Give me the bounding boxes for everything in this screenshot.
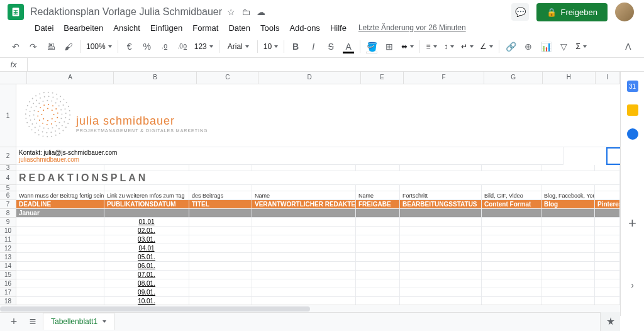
cell[interactable]	[482, 262, 541, 271]
menu-item[interactable]: Format	[188, 21, 223, 35]
rotate-button[interactable]: ∠	[477, 38, 496, 55]
cell[interactable]: DEADLINE	[16, 200, 104, 209]
cell[interactable]	[189, 253, 252, 262]
cell[interactable]	[252, 262, 356, 271]
cell[interactable]	[482, 279, 541, 288]
cell[interactable]	[252, 227, 356, 235]
menu-item[interactable]: Add-ons	[285, 21, 324, 35]
cell[interactable]	[595, 209, 620, 218]
addons-sidebar-icon[interactable]: +	[627, 218, 638, 229]
cell[interactable]: PUBLIKATIONSDATUM	[104, 200, 189, 209]
cell[interactable]	[189, 288, 252, 297]
add-sheet-button[interactable]: +	[5, 315, 23, 330]
cell[interactable]	[595, 262, 620, 271]
cell[interactable]	[252, 165, 356, 171]
row-header[interactable]: 9	[0, 218, 16, 227]
cell[interactable]	[541, 185, 595, 191]
chart-button[interactable]: 📊	[538, 38, 554, 55]
cell[interactable]	[482, 227, 541, 235]
cell[interactable]	[595, 279, 620, 288]
cell[interactable]	[189, 235, 252, 244]
cell[interactable]: Fortschritt	[400, 191, 482, 200]
col-header[interactable]: E	[361, 72, 404, 84]
cell[interactable]: Januar	[16, 209, 104, 218]
cell[interactable]	[16, 218, 104, 227]
cell[interactable]	[16, 271, 104, 279]
text-color-button[interactable]: A	[340, 38, 357, 55]
cell[interactable]	[356, 185, 400, 191]
cell[interactable]	[189, 279, 252, 288]
cell[interactable]	[356, 165, 400, 171]
cell[interactable]	[252, 218, 356, 227]
cell[interactable]	[595, 165, 620, 171]
cell[interactable]	[356, 271, 400, 279]
cell[interactable]	[595, 244, 620, 253]
cell[interactable]	[189, 209, 252, 218]
col-header[interactable]: F	[404, 72, 484, 84]
functions-button[interactable]: Σ	[573, 38, 589, 55]
percent-button[interactable]: %	[139, 38, 155, 55]
menu-item[interactable]: Bearbeiten	[59, 21, 108, 35]
cell[interactable]: 05.01.	[104, 253, 189, 262]
cell[interactable]	[16, 244, 104, 253]
cell[interactable]	[252, 253, 356, 262]
cell[interactable]: 08.01.	[104, 279, 189, 288]
cell[interactable]: 01.01	[104, 218, 189, 227]
col-header[interactable]: H	[543, 72, 595, 84]
cell[interactable]	[482, 235, 541, 244]
cell[interactable]: Wann muss der Beitrag fertig sein?	[16, 191, 104, 200]
cell[interactable]: 04.01	[104, 244, 189, 253]
cell[interactable]: Content Format	[482, 200, 541, 209]
cell[interactable]	[541, 218, 595, 227]
paint-format-button[interactable]: 🖌	[60, 38, 77, 55]
cell[interactable]	[595, 288, 620, 297]
cell[interactable]	[104, 165, 189, 171]
col-header[interactable]: A	[27, 72, 113, 84]
cell[interactable]	[400, 185, 482, 191]
cell[interactable]	[189, 244, 252, 253]
row-header[interactable]: 6	[0, 191, 16, 200]
cell[interactable]	[16, 227, 104, 235]
menu-item[interactable]: Datei	[30, 21, 58, 35]
cell[interactable]: des Beitrags	[189, 191, 252, 200]
keep-sidebar-icon[interactable]	[627, 104, 638, 116]
cell[interactable]	[252, 235, 356, 244]
number-format-select[interactable]: 123	[192, 38, 216, 55]
cell[interactable]	[104, 209, 189, 218]
cell[interactable]	[541, 227, 595, 235]
cell[interactable]	[189, 218, 252, 227]
cell[interactable]	[400, 165, 482, 171]
row-header[interactable]: 2	[0, 147, 16, 165]
cell[interactable]	[189, 165, 252, 171]
row-header[interactable]: 15	[0, 271, 16, 279]
cell[interactable]: 07.01.	[104, 271, 189, 279]
horizontal-scrollbar[interactable]	[0, 305, 620, 312]
cell[interactable]	[482, 185, 541, 191]
font-size-select[interactable]: 10	[261, 38, 280, 55]
all-sheets-button[interactable]: ≡	[24, 315, 42, 330]
cell[interactable]: 09.01.	[104, 288, 189, 297]
cell[interactable]	[541, 262, 595, 271]
menu-item[interactable]: Hilfe	[326, 21, 351, 35]
row-header[interactable]: 3	[0, 165, 16, 171]
h-align-button[interactable]: ≡	[423, 38, 440, 55]
cell[interactable]	[541, 235, 595, 244]
cell[interactable]	[252, 288, 356, 297]
cell[interactable]	[482, 244, 541, 253]
cell[interactable]	[541, 271, 595, 279]
menu-item[interactable]: Ansicht	[109, 21, 145, 35]
cell[interactable]	[252, 185, 356, 191]
link-button[interactable]: 🔗	[502, 38, 519, 55]
zoom-select[interactable]: 100%	[84, 38, 114, 55]
fill-color-button[interactable]: 🪣	[364, 38, 380, 55]
cell[interactable]: BEARBEITUNGSSTATUS	[400, 200, 482, 209]
cell[interactable]	[189, 262, 252, 271]
tasks-sidebar-icon[interactable]	[627, 128, 638, 140]
col-header[interactable]: C	[197, 72, 258, 84]
cell[interactable]	[541, 253, 595, 262]
contact-cell[interactable]: Kontakt: julia@js-schmidbauer.comjuliasc…	[16, 147, 564, 165]
row-header[interactable]: 16	[0, 279, 16, 288]
print-button[interactable]: 🖶	[43, 38, 59, 55]
hide-sidebar-icon[interactable]: ›	[627, 279, 638, 291]
cell[interactable]	[16, 288, 104, 297]
